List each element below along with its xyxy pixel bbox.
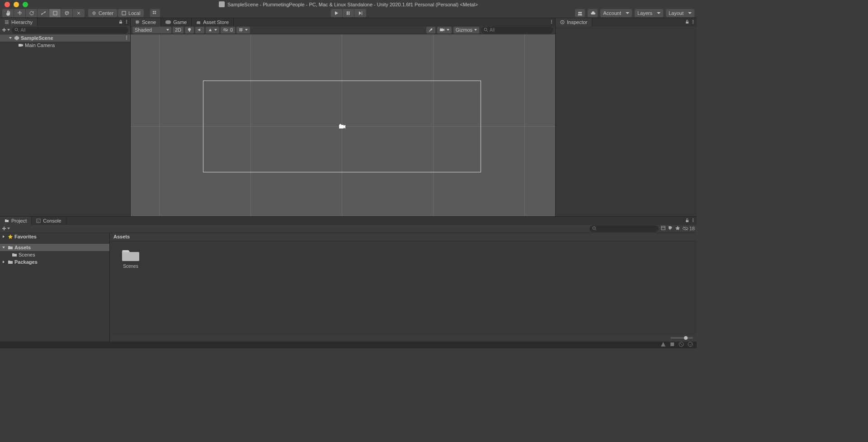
svg-rect-18 <box>189 31 190 32</box>
chevron-down-icon <box>688 12 692 14</box>
grid-dropdown[interactable] <box>236 27 250 33</box>
tab-project-label: Project <box>11 218 27 223</box>
inspector-tab-strip: Inspector <box>556 18 697 26</box>
project-grid[interactable]: Scenes <box>110 241 697 334</box>
layers-dropdown[interactable]: Layers <box>635 9 663 17</box>
save-search-icon[interactable] <box>675 225 680 232</box>
status-icon[interactable] <box>660 342 666 348</box>
fx-dropdown[interactable] <box>206 27 219 33</box>
project-search[interactable] <box>590 225 659 232</box>
custom-tool[interactable] <box>73 9 85 17</box>
layout-dropdown[interactable]: Layout <box>666 9 694 17</box>
account-dropdown[interactable]: Account <box>600 9 632 17</box>
filter-by-type-icon[interactable] <box>660 225 666 232</box>
gizmos-label: Gizmos <box>456 27 472 33</box>
move-tool[interactable] <box>14 9 26 17</box>
camera-settings[interactable] <box>437 27 452 33</box>
project-search-input[interactable] <box>598 226 656 231</box>
tab-console[interactable]: Console <box>32 217 66 225</box>
svg-rect-3 <box>122 11 126 15</box>
camera-settings-icon <box>439 28 445 32</box>
lock-icon[interactable] <box>685 19 689 25</box>
svg-point-30 <box>593 227 595 229</box>
tools-toggle[interactable] <box>426 27 435 33</box>
scene-search-input[interactable] <box>490 28 551 33</box>
camera-icon <box>18 43 24 48</box>
scene-search[interactable] <box>481 27 553 33</box>
folder-icon <box>12 252 17 257</box>
snap-settings-button[interactable] <box>150 9 160 17</box>
panel-menu-icon[interactable] <box>691 19 695 25</box>
unity-logo-icon <box>219 1 225 7</box>
create-dropdown[interactable] <box>2 226 10 231</box>
cloud-button[interactable] <box>588 9 598 17</box>
icon-size-slider[interactable] <box>670 337 693 339</box>
grid-snap-icon <box>152 10 158 16</box>
step-button[interactable] <box>354 9 366 17</box>
hand-tool[interactable] <box>2 9 14 17</box>
collab-button[interactable] <box>575 9 585 17</box>
scene-row[interactable]: SampleScene <box>0 34 130 42</box>
handle-rotation-toggle[interactable]: Local <box>118 9 144 17</box>
rotate-tool[interactable] <box>26 9 38 17</box>
favorites-row[interactable]: Favorites <box>0 233 109 240</box>
svg-rect-32 <box>670 342 674 346</box>
folder-item[interactable]: Scenes <box>116 247 145 328</box>
chevron-down-icon <box>447 29 449 31</box>
hidden-packages-toggle[interactable]: 18 <box>682 226 695 231</box>
folder-row[interactable]: Scenes <box>0 251 109 258</box>
tab-scene[interactable]: Scene <box>131 18 161 26</box>
tab-game[interactable]: Game <box>161 18 192 26</box>
panel-menu-icon[interactable] <box>691 218 695 223</box>
cloud-icon <box>590 11 596 15</box>
2d-toggle[interactable]: 2D <box>173 27 184 33</box>
svg-point-34 <box>688 342 693 347</box>
scene-menu-icon[interactable] <box>125 35 128 41</box>
hierarchy-item[interactable]: Main Camera <box>0 42 130 49</box>
audio-toggle[interactable] <box>195 27 204 33</box>
scene-viewport[interactable] <box>131 34 555 216</box>
tab-project[interactable]: Project <box>0 217 32 225</box>
scale-tool[interactable] <box>38 9 49 17</box>
expand-arrow-icon[interactable] <box>2 245 6 250</box>
panel-menu-icon[interactable] <box>550 19 553 25</box>
status-icon[interactable] <box>688 342 693 348</box>
project-breadcrumb[interactable]: Assets <box>110 233 697 241</box>
pivot-mode-toggle[interactable]: Center <box>88 9 117 17</box>
project-tree: Favorites Assets Scenes Packages <box>0 233 110 342</box>
expand-arrow-icon[interactable] <box>8 36 13 40</box>
hierarchy-search-input[interactable] <box>20 28 126 33</box>
create-dropdown[interactable] <box>2 28 10 32</box>
pause-button[interactable] <box>343 9 354 17</box>
hidden-objects[interactable]: 0 <box>221 27 235 33</box>
assets-row[interactable]: Assets <box>0 244 109 251</box>
status-icon[interactable] <box>679 342 684 348</box>
expand-arrow-icon[interactable] <box>2 259 6 265</box>
search-icon <box>14 28 19 32</box>
handle-rotation-label: Local <box>128 10 140 16</box>
inspector-tab[interactable]: Inspector <box>556 18 592 26</box>
lighting-toggle[interactable] <box>185 27 194 33</box>
lightbulb-icon <box>187 28 192 32</box>
expand-arrow-icon[interactable] <box>2 234 6 239</box>
layout-label: Layout <box>669 10 684 16</box>
tab-asset-store[interactable]: Asset Store <box>192 18 234 26</box>
panel-menu-icon[interactable] <box>125 19 128 25</box>
status-icon[interactable] <box>670 342 675 348</box>
gizmos-dropdown[interactable]: Gizmos <box>453 27 479 33</box>
hierarchy-tab[interactable]: Hierarchy <box>0 18 38 26</box>
hierarchy-tab-strip: Hierarchy <box>0 18 130 26</box>
scene-name: SampleScene <box>21 35 53 41</box>
hierarchy-search[interactable] <box>12 27 128 33</box>
transform-tool[interactable] <box>61 9 73 17</box>
2d-label: 2D <box>175 27 181 33</box>
shading-mode-dropdown[interactable]: Shaded <box>132 27 171 33</box>
filter-by-label-icon[interactable] <box>668 225 673 232</box>
tab-game-label: Game <box>173 19 187 25</box>
favorites-label: Favorites <box>14 234 37 239</box>
play-button[interactable] <box>331 9 343 17</box>
lock-icon[interactable] <box>685 218 689 223</box>
lock-icon[interactable] <box>118 19 123 25</box>
packages-row[interactable]: Packages <box>0 258 109 266</box>
rect-tool[interactable] <box>49 9 61 17</box>
